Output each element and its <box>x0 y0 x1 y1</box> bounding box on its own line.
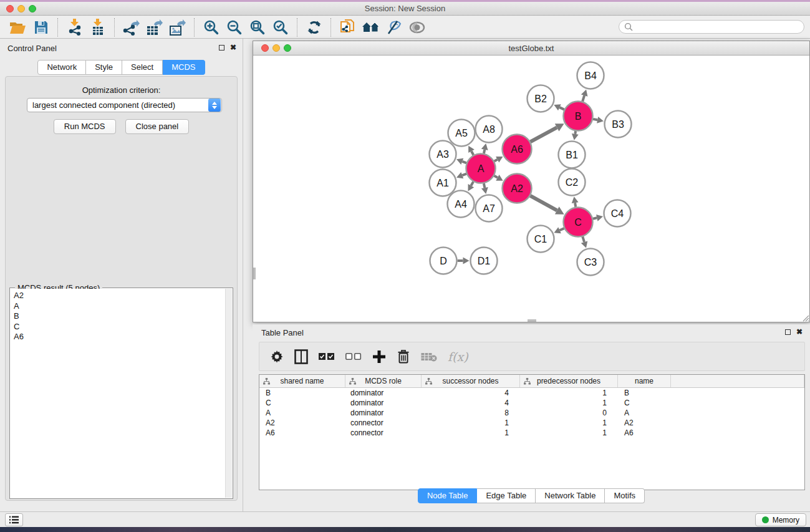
add-column-icon[interactable] <box>372 349 386 365</box>
cell[interactable]: A2 <box>259 418 345 428</box>
result-item-a[interactable]: A <box>11 301 225 312</box>
cell[interactable]: 0 <box>520 408 618 418</box>
graph-edge-A2-C[interactable] <box>530 196 557 211</box>
graph-edge-C-C2[interactable] <box>575 203 576 207</box>
tab-network-table[interactable]: Network Table <box>536 488 605 503</box>
select-all-icon[interactable] <box>319 349 335 365</box>
graph-edge-B-B1[interactable] <box>575 131 576 134</box>
result-item-c[interactable]: C <box>11 322 225 332</box>
cell[interactable]: 4 <box>422 388 520 398</box>
cell[interactable]: 4 <box>422 398 520 408</box>
graph-edge-C-C3[interactable] <box>582 236 584 242</box>
result-item-b[interactable]: B <box>11 311 225 322</box>
cell[interactable]: connector <box>345 428 422 438</box>
vertical-scroll-thumb[interactable] <box>253 268 256 279</box>
column-header-successor-nodes[interactable]: successor nodes <box>422 375 520 387</box>
cell[interactable]: A2 <box>618 418 671 428</box>
cell[interactable]: dominator <box>345 408 422 418</box>
import-network-icon[interactable] <box>63 17 86 37</box>
horizontal-scroll-thumb[interactable] <box>528 319 536 322</box>
zoom-out-icon[interactable] <box>223 17 246 37</box>
result-item-a2[interactable]: A2 <box>11 291 225 301</box>
cell[interactable]: B <box>259 388 345 398</box>
graph-edge-A6-B[interactable] <box>531 127 557 142</box>
column-header-name[interactable]: name <box>618 375 671 387</box>
tab-style[interactable]: Style <box>86 60 122 75</box>
delete-column-icon[interactable] <box>397 349 410 365</box>
graph-edge-B-B2[interactable] <box>559 107 564 109</box>
table-row-a[interactable]: Adominator80A <box>259 408 804 418</box>
table-close-panel-icon[interactable]: ✖ <box>796 329 803 335</box>
table-row-a6[interactable]: A6connector11A6 <box>259 428 804 438</box>
duplicate-network-icon[interactable] <box>336 17 359 37</box>
cell[interactable]: 1 <box>520 428 618 438</box>
resize-grip-icon[interactable] <box>801 314 809 322</box>
search-input[interactable] <box>636 22 792 32</box>
column-visibility-icon[interactable] <box>294 349 308 365</box>
function-builder-icon[interactable]: f(x) <box>448 349 468 365</box>
tab-select[interactable]: Select <box>122 60 163 75</box>
graph-edge-A-A6[interactable] <box>494 160 498 162</box>
cell[interactable]: 1 <box>422 428 520 438</box>
deselect-all-icon[interactable] <box>345 349 362 365</box>
cell[interactable]: 1 <box>520 398 618 408</box>
cell[interactable]: dominator <box>345 388 422 398</box>
float-panel-icon[interactable] <box>219 45 224 51</box>
export-image-icon[interactable] <box>166 17 189 37</box>
table-row-b[interactable]: Bdominator41B <box>259 388 804 398</box>
import-table-icon[interactable] <box>86 17 109 37</box>
table-row-c[interactable]: Cdominator41C <box>259 398 804 408</box>
graph-edge-A-A3[interactable] <box>462 162 466 163</box>
cell[interactable]: A6 <box>618 428 671 438</box>
graph-edge-A-A2[interactable] <box>494 176 497 178</box>
tab-mcds[interactable]: MCDS <box>163 60 205 75</box>
cell[interactable]: 1 <box>520 418 618 428</box>
graph-edge-A-A8[interactable] <box>484 150 485 153</box>
result-scrollbar[interactable] <box>225 289 232 498</box>
graph-edge-A-A1[interactable] <box>462 174 466 176</box>
graph-edge-A-A7[interactable] <box>484 183 485 188</box>
cell[interactable]: connector <box>345 418 422 428</box>
cell[interactable]: dominator <box>345 398 422 408</box>
tab-edge-table[interactable]: Edge Table <box>477 488 536 503</box>
cell[interactable]: A6 <box>259 428 345 438</box>
cell[interactable]: B <box>618 388 671 398</box>
open-file-icon[interactable] <box>6 17 29 37</box>
criterion-select[interactable]: largest connected component (directed) <box>27 98 222 112</box>
cell[interactable]: A <box>259 408 345 418</box>
table-row-a2[interactable]: A2connector11A2 <box>259 418 804 428</box>
refresh-icon[interactable] <box>302 17 325 37</box>
memory-button[interactable]: Memory <box>755 513 806 526</box>
column-header-shared-name[interactable]: shared name <box>259 375 345 387</box>
show-graphics-details-icon[interactable] <box>405 17 428 37</box>
tab-network[interactable]: Network <box>37 60 86 75</box>
cell[interactable]: C <box>618 398 671 408</box>
column-header-mcds-role[interactable]: MCDS role <box>345 375 422 387</box>
search-field[interactable] <box>619 20 804 34</box>
hide-annotations-icon[interactable] <box>382 17 405 37</box>
graph-edge-A-A4[interactable] <box>471 181 473 185</box>
tab-motifs[interactable]: Motifs <box>605 488 645 503</box>
show-panels-button[interactable] <box>5 513 23 526</box>
zoom-in-icon[interactable] <box>200 17 223 37</box>
graph-edge-C-C1[interactable] <box>560 228 564 230</box>
cell[interactable]: 1 <box>520 388 618 398</box>
table-settings-icon[interactable] <box>270 349 284 365</box>
export-table-icon[interactable] <box>143 17 166 37</box>
tab-node-table[interactable]: Node Table <box>418 488 478 503</box>
zoom-fit-icon[interactable] <box>246 17 269 37</box>
close-panel-button[interactable]: Close panel <box>125 119 190 134</box>
graph-edge-B-B3[interactable] <box>593 119 597 120</box>
network-canvas[interactable]: B4B2BB3A5A8A6B1A3AA1C2A2A4A7C4CC1C3DD1 <box>253 56 809 322</box>
graph-edge-A-A5[interactable] <box>471 151 473 155</box>
result-item-a6[interactable]: A6 <box>11 332 225 342</box>
close-panel-icon[interactable]: ✖ <box>230 44 236 51</box>
delete-table-icon[interactable] <box>421 349 437 365</box>
graph-edge-B-B4[interactable] <box>582 95 584 102</box>
save-session-icon[interactable] <box>29 17 52 37</box>
home-neighbors-icon[interactable] <box>359 17 382 37</box>
cell[interactable]: 1 <box>422 418 520 428</box>
cell[interactable]: C <box>259 398 345 408</box>
graph-edge-C-C4[interactable] <box>593 218 597 218</box>
run-mcds-button[interactable]: Run MCDS <box>54 119 116 134</box>
